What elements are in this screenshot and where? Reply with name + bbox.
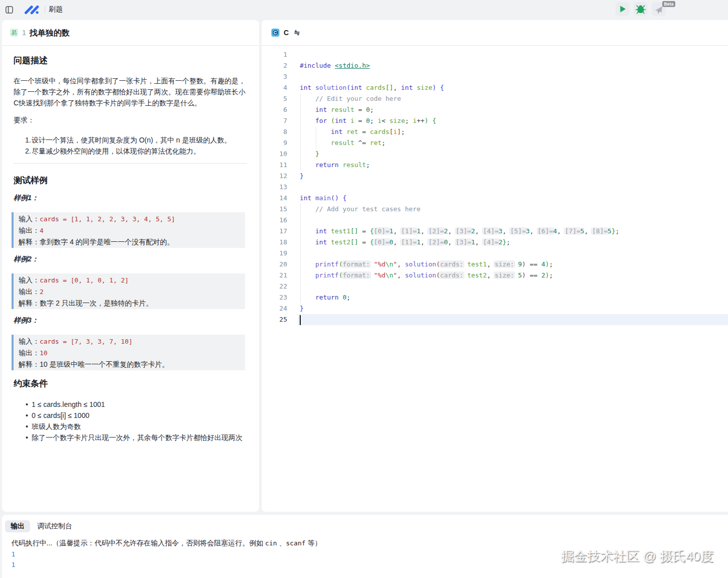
line-content: // Edit your code here [298, 93, 728, 104]
submit-button[interactable]: Beta [652, 2, 666, 16]
line-number: 11 [262, 160, 287, 171]
sample-input-label: 输入： [19, 337, 40, 345]
sample-output-label: 输出： [19, 349, 40, 357]
code-token: \n [386, 260, 394, 268]
code-token: , [421, 238, 429, 246]
code-token: , [393, 84, 401, 91]
bug-icon [634, 2, 648, 16]
code-token: [3]= [456, 238, 471, 246]
code-token: cards: [440, 260, 463, 268]
code-token: int [300, 84, 311, 91]
problem-panel: 易 1 找单独的数 问题描述 在一个班级中，每位同学都拿到了一张卡片，上面有一个… [2, 20, 259, 512]
line-content [298, 49, 728, 60]
line-content [298, 182, 728, 193]
code-token: , [475, 227, 483, 235]
requirement-text: 设计一个算法，使其时间复杂度为 O(n)，其中 n 是班级的人数。 [32, 136, 231, 144]
code-token: , [393, 227, 401, 235]
code-editor[interactable]: 12#include <stdio.h>34int solution(int c… [262, 46, 728, 325]
problem-title: 找单独的数 [30, 28, 70, 39]
code-token: test1 [331, 227, 350, 235]
indent-guide-line [300, 281, 301, 292]
editor-line: 13 [262, 182, 728, 193]
editor-line: 16 [262, 215, 728, 226]
editor-line: 11 return result; [262, 160, 728, 171]
code-token: ret [370, 139, 382, 147]
code-token: 5 [518, 271, 522, 279]
play-icon [616, 2, 630, 16]
line-number: 25 [262, 314, 287, 325]
code-token [436, 84, 440, 91]
line-number: 19 [262, 248, 287, 259]
editor-header: C [262, 20, 728, 46]
code-token: [2]= [428, 238, 444, 246]
console-outputs: 11 [12, 549, 728, 570]
code-token [331, 62, 335, 69]
run-button[interactable] [616, 2, 630, 16]
line-number: 7 [262, 115, 287, 126]
line-content: #include <stdio.h> [298, 60, 728, 71]
code-token: 2 [541, 271, 545, 279]
code-token: ret [346, 128, 358, 135]
line-content: int test1[] = {[0]=1, [1]=1, [2]=2, [3]=… [298, 226, 728, 237]
console-tab-debug[interactable]: 调试控制台 [32, 520, 78, 532]
constraint-text: 1 ≤ cards.length ≤ 1001 [32, 400, 105, 408]
code-token: i [378, 117, 382, 124]
code-token: solution [315, 84, 346, 91]
code-token [300, 238, 315, 246]
c-language-icon [271, 29, 280, 37]
sidebar-toggle-button[interactable] [4, 4, 15, 15]
section-divider [14, 163, 247, 164]
marscode-logo[interactable] [25, 6, 39, 15]
sample-block: 输入：cards = [0, 1, 0, 1, 2]输出：2解释：数字 2 只出… [12, 273, 245, 309]
code-token [311, 194, 315, 202]
console-tab-output[interactable]: 输出 [5, 520, 30, 532]
requirement-item: 1.设计一个算法，使其时间复杂度为 O(n)，其中 n 是班级的人数。 [14, 134, 247, 146]
code-token: , [487, 260, 495, 268]
code-token: cards [366, 84, 386, 91]
line-content: int solution(int cards[], int size) { [298, 82, 728, 93]
indent-guide-line [300, 259, 301, 270]
sample-input-line: 输入：cards = [7, 3, 3, 7, 10] [19, 336, 241, 347]
description-title: 问题描述 [14, 55, 247, 67]
debug-button[interactable] [634, 2, 648, 16]
line-content: result ^= ret; [298, 137, 728, 149]
code-token: , [503, 227, 511, 235]
sample-label: 样例3： [14, 315, 247, 326]
code-token: test1 [467, 260, 487, 268]
code-token: format: [342, 271, 370, 279]
editor-line: 1 [262, 49, 728, 60]
code-token: i [350, 117, 354, 124]
constraints-list: •1 ≤ cards.length ≤ 1001•0 ≤ cards[i] ≤ … [14, 399, 247, 443]
indent-guide-line [300, 292, 301, 303]
code-token: \n [386, 271, 394, 279]
line-content [298, 248, 728, 259]
indent-guide-line [300, 93, 301, 104]
sample-output-line: 输出：10 [19, 347, 241, 359]
switch-language-button[interactable] [294, 29, 300, 36]
code-token: printf [315, 260, 339, 268]
indent-guide-line [300, 270, 301, 281]
code-token [428, 117, 432, 124]
code-token: int [331, 128, 342, 135]
code-token: } [300, 305, 304, 312]
constraint-item: •除了一个数字卡片只出现一次外，其余每个数字卡片都恰好出现两次 [14, 432, 247, 443]
code-token [514, 271, 518, 279]
code-token: == [526, 260, 541, 268]
line-content [298, 314, 728, 325]
indent-guide-line [300, 237, 301, 248]
code-token: <stdio.h> [335, 62, 370, 69]
inline-code: cin [265, 539, 277, 547]
sample-explain-label: 解释： [19, 299, 40, 307]
code-token [300, 227, 315, 235]
code-token: , [421, 227, 429, 235]
swap-language-icon [294, 29, 300, 36]
editor-line: 5 // Edit your code here [262, 93, 728, 104]
code-token [300, 205, 315, 213]
sample-explain-text: 数字 2 只出现一次，是独特的卡片。 [40, 299, 153, 307]
code-token [342, 128, 346, 135]
code-token: [4]= [483, 227, 499, 235]
constraint-item: •班级人数为奇数 [14, 421, 247, 432]
code-token: ) [335, 194, 339, 202]
code-token: format: [342, 260, 370, 268]
requirement-item: 2.尽量减少额外空间的使用，以体现你的算法优化能力。 [14, 146, 247, 157]
